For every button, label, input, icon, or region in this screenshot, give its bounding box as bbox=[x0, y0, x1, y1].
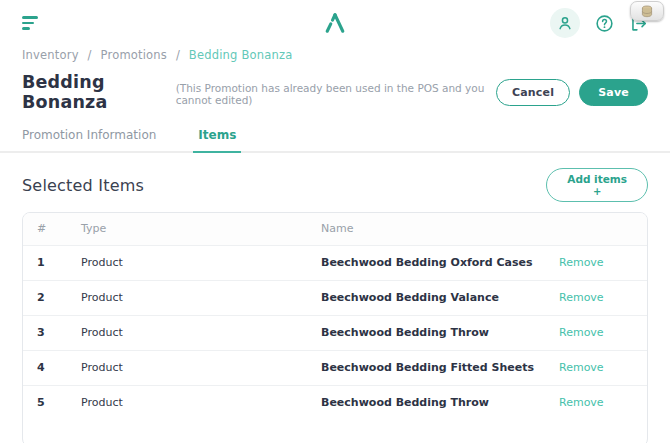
remove-link[interactable]: Remove bbox=[559, 291, 604, 304]
selected-items-section-header: Selected Items Add items + bbox=[0, 153, 670, 208]
row-item-name: Beechwood Bedding Valance bbox=[305, 280, 548, 315]
save-button[interactable]: Save bbox=[579, 79, 648, 106]
breadcrumb-promotions[interactable]: Promotions bbox=[101, 48, 168, 62]
tab-promotion-information[interactable]: Promotion Information bbox=[22, 128, 156, 151]
row-number: 1 bbox=[23, 245, 65, 280]
row-item-type: Product bbox=[65, 315, 305, 350]
browser-overlay-badge[interactable] bbox=[630, 1, 664, 21]
row-item-name: Beechwood Bedding Oxford Cases bbox=[305, 245, 548, 280]
page-title: Bedding Bonanza bbox=[22, 72, 166, 112]
row-item-name: Beechwood Bedding Throw bbox=[305, 385, 548, 420]
cancel-button[interactable]: Cancel bbox=[496, 79, 570, 106]
breadcrumb-separator: / bbox=[88, 48, 92, 62]
remove-link[interactable]: Remove bbox=[559, 256, 604, 269]
tab-items[interactable]: Items bbox=[198, 128, 236, 151]
column-header-number: # bbox=[23, 213, 65, 245]
table-row: 4 Product Beechwood Bedding Fitted Sheet… bbox=[23, 350, 648, 385]
top-app-bar bbox=[0, 0, 670, 46]
breadcrumb-separator: / bbox=[176, 48, 180, 62]
breadcrumb: Inventory / Promotions / Bedding Bonanza bbox=[0, 46, 670, 62]
tab-bar: Promotion Information Items bbox=[0, 112, 670, 153]
selected-items-table: # Type Name 1 Product Beechwood Bedding … bbox=[22, 212, 648, 443]
plus-icon: + bbox=[567, 186, 627, 197]
row-item-type: Product bbox=[65, 280, 305, 315]
table-row: 1 Product Beechwood Bedding Oxford Cases… bbox=[23, 245, 648, 280]
row-number: 2 bbox=[23, 280, 65, 315]
page-readonly-note: (This Promotion has already been used in… bbox=[176, 82, 496, 106]
row-number: 4 bbox=[23, 350, 65, 385]
row-item-type: Product bbox=[65, 350, 305, 385]
row-item-type: Product bbox=[65, 245, 305, 280]
column-header-type: Type bbox=[65, 213, 305, 245]
profile-icon[interactable] bbox=[550, 8, 580, 38]
coins-icon bbox=[640, 5, 654, 18]
brand-caret-logo-icon bbox=[324, 12, 346, 38]
remove-link[interactable]: Remove bbox=[559, 361, 604, 374]
page-header: Bedding Bonanza (This Promotion has alre… bbox=[0, 62, 670, 112]
add-items-label: Add items bbox=[567, 173, 627, 186]
column-header-name: Name bbox=[305, 213, 548, 245]
row-item-name: Beechwood Bedding Fitted Sheets bbox=[305, 350, 548, 385]
row-item-name: Beechwood Bedding Throw bbox=[305, 315, 548, 350]
remove-link[interactable]: Remove bbox=[559, 396, 604, 409]
breadcrumb-inventory[interactable]: Inventory bbox=[22, 48, 79, 62]
table-row: 3 Product Beechwood Bedding Throw Remove bbox=[23, 315, 648, 350]
section-title: Selected Items bbox=[22, 176, 144, 195]
remove-link[interactable]: Remove bbox=[559, 326, 604, 339]
help-icon[interactable] bbox=[595, 14, 614, 33]
column-header-action bbox=[548, 213, 648, 245]
table-row: 5 Product Beechwood Bedding Throw Remove bbox=[23, 385, 648, 420]
row-item-type: Product bbox=[65, 385, 305, 420]
table-header-row: # Type Name bbox=[23, 213, 648, 245]
row-number: 3 bbox=[23, 315, 65, 350]
row-number: 5 bbox=[23, 385, 65, 420]
breadcrumb-current-page: Bedding Bonanza bbox=[189, 48, 293, 62]
hamburger-menu-icon[interactable] bbox=[22, 16, 38, 30]
add-items-button[interactable]: Add items + bbox=[546, 168, 648, 202]
table-row: 2 Product Beechwood Bedding Valance Remo… bbox=[23, 280, 648, 315]
